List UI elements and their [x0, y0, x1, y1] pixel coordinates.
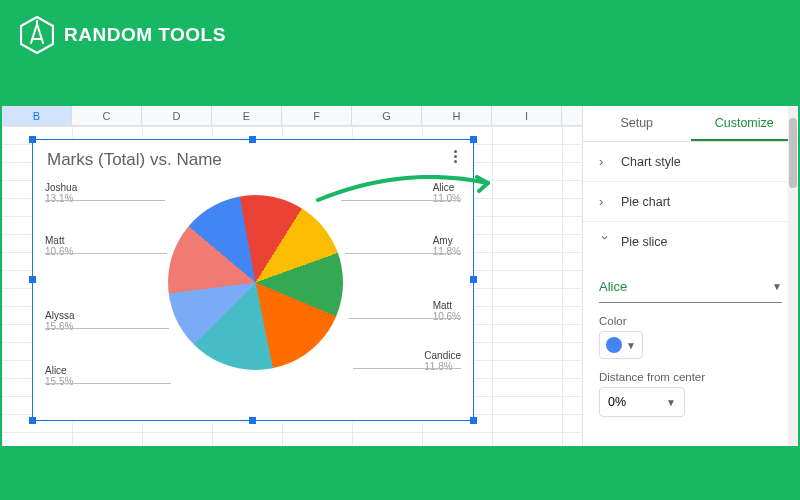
- chart-title: Marks (Total) vs. Name: [33, 140, 473, 170]
- pie-chart[interactable]: [168, 195, 343, 370]
- column-header[interactable]: B: [2, 106, 72, 125]
- section-label: Pie slice: [621, 235, 668, 249]
- resize-handle[interactable]: [470, 417, 477, 424]
- color-picker-button[interactable]: ▼: [599, 331, 643, 359]
- chart-menu-icon[interactable]: [447, 148, 463, 164]
- slice-dropdown-value: Alice: [599, 279, 627, 294]
- resize-handle[interactable]: [29, 417, 36, 424]
- column-header[interactable]: I: [492, 106, 562, 125]
- chevron-down-icon: ›: [598, 236, 613, 248]
- caret-down-icon: ▼: [666, 397, 676, 408]
- section-label: Pie chart: [621, 195, 670, 209]
- logo-hex-icon: [20, 16, 54, 54]
- slice-dropdown[interactable]: Alice ▼: [599, 271, 782, 303]
- column-header[interactable]: E: [212, 106, 282, 125]
- tab-setup[interactable]: Setup: [583, 116, 691, 141]
- distance-value: 0%: [608, 395, 626, 409]
- section-chart-style[interactable]: › Chart style: [583, 142, 798, 182]
- resize-handle[interactable]: [29, 136, 36, 143]
- column-header[interactable]: D: [142, 106, 212, 125]
- brand-logo: RANDOM TOOLS: [20, 16, 226, 54]
- resize-handle[interactable]: [470, 136, 477, 143]
- chart-editor-panel: Setup Customize › Chart style › Pie char…: [583, 106, 798, 446]
- resize-handle[interactable]: [249, 417, 256, 424]
- caret-down-icon: ▼: [626, 340, 636, 351]
- scrollbar-thumb[interactable]: [789, 118, 797, 188]
- brand-name: RANDOM TOOLS: [64, 24, 226, 46]
- resize-handle[interactable]: [470, 276, 477, 283]
- resize-handle[interactable]: [249, 136, 256, 143]
- embedded-chart[interactable]: Marks (Total) vs. Name Alice11.0%Amy11.8…: [32, 139, 474, 421]
- column-header[interactable]: C: [72, 106, 142, 125]
- column-header[interactable]: H: [422, 106, 492, 125]
- caret-down-icon: ▼: [772, 281, 782, 292]
- column-header[interactable]: G: [352, 106, 422, 125]
- section-pie-slice[interactable]: › Pie slice: [583, 222, 798, 261]
- panel-scrollbar[interactable]: [788, 106, 798, 446]
- distance-label: Distance from center: [599, 371, 782, 383]
- column-header[interactable]: F: [282, 106, 352, 125]
- tab-customize[interactable]: Customize: [691, 116, 799, 141]
- chevron-right-icon: ›: [599, 194, 611, 209]
- app-frame: BCDEFGHI Marks (Total) vs. Name Alice11.…: [2, 106, 798, 446]
- section-pie-chart[interactable]: › Pie chart: [583, 182, 798, 222]
- color-swatch: [606, 337, 622, 353]
- spreadsheet-area[interactable]: BCDEFGHI Marks (Total) vs. Name Alice11.…: [2, 106, 583, 446]
- color-label: Color: [599, 315, 782, 327]
- resize-handle[interactable]: [29, 276, 36, 283]
- chevron-right-icon: ›: [599, 154, 611, 169]
- section-label: Chart style: [621, 155, 681, 169]
- distance-dropdown[interactable]: 0% ▼: [599, 387, 685, 417]
- column-headers: BCDEFGHI: [2, 106, 582, 126]
